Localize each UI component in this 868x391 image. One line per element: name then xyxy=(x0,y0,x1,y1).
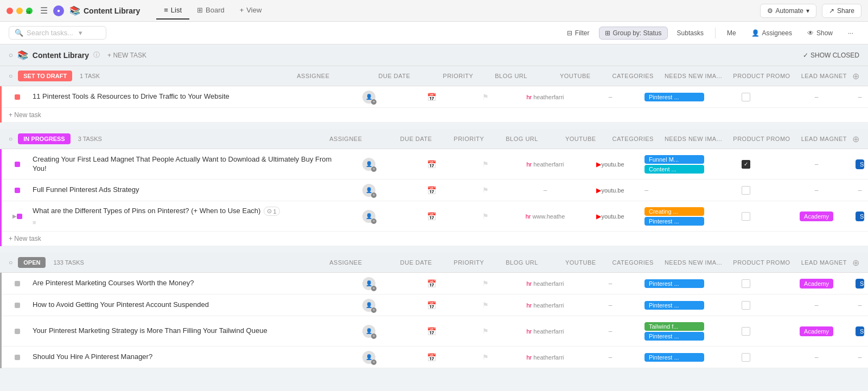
tab-list[interactable]: ≡ List xyxy=(156,2,189,20)
task-categories[interactable]: Pinterest ... xyxy=(640,351,711,364)
inprogress-status-badge[interactable]: IN PROGRESS xyxy=(18,133,70,144)
task-checkbox[interactable] xyxy=(7,94,28,100)
task-due-date[interactable]: 📅 xyxy=(401,277,461,290)
task-due-date[interactable]: 📅 xyxy=(401,184,461,197)
cl-collapse-icon[interactable]: ○ xyxy=(9,51,13,59)
more-button[interactable]: ··· xyxy=(842,27,859,40)
task-needs-image[interactable] xyxy=(711,277,781,290)
task-priority[interactable]: ⚑ xyxy=(461,91,510,103)
share-button[interactable]: ↗ Share xyxy=(822,4,861,18)
open-status-badge[interactable]: OPEN xyxy=(18,257,46,268)
task-checkbox[interactable] xyxy=(7,303,28,308)
task-due-date[interactable]: 📅 xyxy=(401,351,461,364)
task-needs-image[interactable]: ✓ xyxy=(711,158,781,171)
task-checkbox[interactable] xyxy=(7,329,28,334)
show-button[interactable]: 👁 Show xyxy=(801,27,839,40)
cl-info-icon[interactable]: ⓘ xyxy=(93,50,100,60)
needs-image-checkbox[interactable] xyxy=(742,301,750,310)
task-assignee[interactable]: 👤 + xyxy=(336,275,401,292)
add-assignee-icon[interactable]: + xyxy=(371,219,376,224)
task-priority[interactable]: ⚑ xyxy=(461,277,510,290)
task-assignee[interactable]: 👤 + xyxy=(336,208,401,225)
task-youtube[interactable]: ▶ youtu.be xyxy=(580,184,640,196)
automate-button[interactable]: ⚙ Automate ▾ xyxy=(760,4,816,18)
task-categories[interactable]: Tailwind f... Pinterest ... xyxy=(640,320,711,343)
task-checkbox[interactable]: ▶ xyxy=(7,213,28,219)
task-due-date[interactable]: 📅 xyxy=(401,325,461,338)
task-needs-image[interactable] xyxy=(711,91,781,104)
needs-image-checkbox[interactable] xyxy=(742,353,750,362)
open-collapse-icon[interactable]: ○ xyxy=(9,259,12,266)
tab-view[interactable]: + View xyxy=(232,2,270,20)
task-priority[interactable]: ⚑ xyxy=(461,325,510,337)
task-categories[interactable]: Pinterest ... xyxy=(640,277,711,290)
expand-icon[interactable]: ▶ xyxy=(12,213,17,219)
task-priority[interactable]: ⚑ xyxy=(461,210,510,222)
task-name-cell[interactable]: Are Pinterest Marketing Courses Worth th… xyxy=(28,275,336,291)
fullscreen-button[interactable]: 18 xyxy=(26,8,33,14)
add-task-button[interactable]: + New task xyxy=(0,108,868,123)
task-needs-image[interactable] xyxy=(711,351,781,364)
task-needs-image[interactable] xyxy=(711,210,781,223)
subtask-count-badge[interactable]: ⊙ 1 xyxy=(264,207,279,216)
task-due-date[interactable]: 📅 xyxy=(401,299,461,312)
draft-add-column-icon[interactable]: ⊕ xyxy=(852,71,859,81)
add-assignee-icon[interactable]: + xyxy=(371,193,376,198)
add-assignee-icon[interactable]: + xyxy=(371,360,376,365)
tab-board[interactable]: ⊞ Board xyxy=(189,2,232,20)
me-button[interactable]: Me xyxy=(721,27,742,40)
task-priority[interactable]: ⚑ xyxy=(461,184,510,196)
needs-image-checkbox[interactable] xyxy=(742,212,750,221)
add-assignee-icon[interactable]: + xyxy=(371,166,376,172)
task-categories[interactable]: Funnel M... Content ... xyxy=(640,153,711,176)
filter-button[interactable]: ⊟ Filter xyxy=(561,27,596,40)
task-blog-url[interactable]: hr heatherfarri xyxy=(510,278,580,289)
task-priority[interactable]: ⚑ xyxy=(461,158,510,170)
draft-status-badge[interactable]: SET TO DRAFT xyxy=(18,70,72,81)
add-task-button[interactable]: + New task xyxy=(0,232,868,246)
open-add-column-icon[interactable]: ⊕ xyxy=(852,258,859,268)
task-needs-image[interactable] xyxy=(711,299,781,312)
needs-image-checkbox[interactable]: ✓ xyxy=(742,160,750,169)
task-checkbox[interactable] xyxy=(7,162,28,167)
subtasks-button[interactable]: Subtasks xyxy=(671,27,710,40)
task-blog-url[interactable]: hr heatherfarri xyxy=(510,92,580,102)
inprogress-add-column-icon[interactable]: ⊕ xyxy=(852,134,859,144)
task-assignee[interactable]: 👤 + xyxy=(336,88,401,106)
task-blog-url[interactable]: hr heatherfarri xyxy=(510,300,580,311)
task-youtube[interactable]: ▶ youtu.be xyxy=(580,158,640,170)
add-assignee-icon[interactable]: + xyxy=(371,99,376,105)
task-assignee[interactable]: 👤 + xyxy=(336,297,401,314)
task-name-cell[interactable]: Your Pinterest Marketing Strategy is Mor… xyxy=(28,323,336,339)
task-name-cell[interactable]: Should You Hire A Pinterest Manager? xyxy=(28,349,336,365)
task-needs-image[interactable] xyxy=(711,325,781,338)
task-youtube[interactable]: ▶ youtu.be xyxy=(580,210,640,222)
task-checkbox[interactable] xyxy=(7,188,28,193)
close-button[interactable] xyxy=(7,8,13,14)
task-checkbox[interactable] xyxy=(7,355,28,360)
cl-new-task-button[interactable]: + NEW TASK xyxy=(104,50,150,60)
task-categories[interactable]: Creating ... Pinterest ... xyxy=(640,205,711,228)
task-assignee[interactable]: 👤 + xyxy=(336,182,401,199)
task-name-cell[interactable]: 11 Pinterest Tools & Resources to Drive … xyxy=(28,89,336,105)
task-blog-url[interactable]: hr heatherfarri xyxy=(510,352,580,363)
inprogress-collapse-icon[interactable]: ○ xyxy=(9,135,12,143)
task-assignee[interactable]: 👤 + xyxy=(336,156,401,173)
task-due-date[interactable]: 📅 xyxy=(401,210,461,223)
task-categories[interactable]: – xyxy=(640,184,711,196)
show-closed-button[interactable]: ✓ SHOW CLOSED xyxy=(803,52,859,59)
task-assignee[interactable]: 👤 + xyxy=(336,323,401,340)
needs-image-checkbox[interactable] xyxy=(742,327,750,336)
task-due-date[interactable]: 📅 xyxy=(401,158,461,171)
assignees-button[interactable]: 👤 Assignees xyxy=(745,27,798,40)
task-priority[interactable]: ⚑ xyxy=(461,299,510,311)
task-name-cell[interactable]: Creating Your First Lead Magnet That Peo… xyxy=(28,152,336,177)
group-by-button[interactable]: ⊞ Group by: Status xyxy=(599,27,668,40)
menu-icon[interactable]: ☰ xyxy=(40,5,48,16)
task-needs-image[interactable] xyxy=(711,184,781,197)
task-name-cell[interactable]: How to Avoid Getting Your Pinterest Acco… xyxy=(28,297,336,313)
minimize-button[interactable] xyxy=(16,8,23,14)
draft-collapse-icon[interactable]: ○ xyxy=(9,72,12,80)
needs-image-checkbox[interactable] xyxy=(742,279,750,288)
task-blog-url[interactable]: hr heatherfarri xyxy=(510,326,580,337)
